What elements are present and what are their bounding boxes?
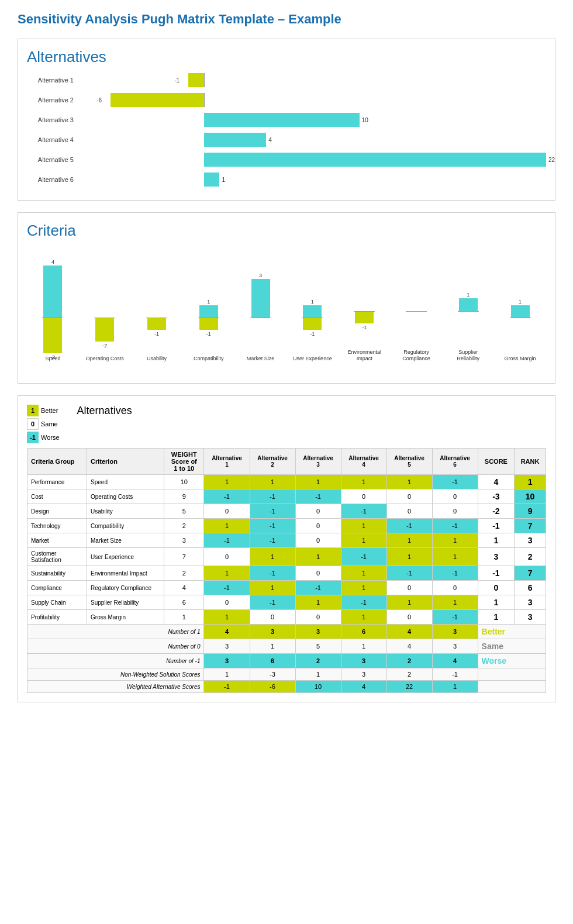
summary-val: 22 bbox=[386, 681, 432, 693]
criteria-bar-above bbox=[303, 305, 322, 319]
criteria-val-below: -1 bbox=[302, 331, 323, 337]
criteria-val-above: 1 bbox=[510, 299, 531, 305]
summary-val: -3 bbox=[250, 668, 295, 681]
legend-box-better: 1 bbox=[27, 405, 39, 416]
cell-val: 1 bbox=[341, 581, 386, 595]
alt-bar-row: Alternative 2-6 bbox=[27, 92, 546, 108]
summary-val: 4 bbox=[386, 639, 432, 654]
alt-bar bbox=[204, 133, 266, 147]
summary-val: 3 bbox=[341, 668, 386, 681]
cell-score: -1 bbox=[478, 566, 515, 581]
cell-criterion: Supplier Reliability bbox=[87, 595, 164, 610]
criteria-bar-above bbox=[459, 298, 478, 312]
cell-weight: 2 bbox=[164, 566, 204, 581]
summary-val: 1 bbox=[250, 639, 295, 654]
alt-bar-value: 22 bbox=[548, 157, 555, 163]
cell-val: 1 bbox=[386, 475, 432, 489]
alt-bar bbox=[204, 173, 220, 187]
matrix-row: CostOperating Costs9-1-1-1000-310 bbox=[27, 489, 546, 504]
cell-val: 0 bbox=[295, 533, 341, 548]
cell-group: Supply Chain bbox=[27, 595, 87, 610]
cell-val: 0 bbox=[295, 566, 341, 581]
alternatives-chart-section: Alternatives Alternative 1-1Alternative … bbox=[18, 39, 555, 201]
th-criteria-group: Criteria Group bbox=[27, 449, 87, 475]
criteria-col: 1-1Compatibility bbox=[182, 266, 234, 363]
cell-criterion: Gross Margin bbox=[87, 610, 164, 625]
cell-rank: 2 bbox=[515, 548, 546, 566]
cell-val: 1 bbox=[204, 519, 250, 533]
cell-criterion: Compatibility bbox=[87, 519, 164, 533]
cell-score: 1 bbox=[478, 595, 515, 610]
criteria-chart-title: Criteria bbox=[27, 222, 546, 240]
summary-val: 3 bbox=[204, 654, 250, 668]
cell-group: Design bbox=[27, 504, 87, 519]
summary-row: Number of 1433643Better bbox=[27, 625, 546, 639]
summary-empty bbox=[478, 668, 546, 681]
cell-val: 0 bbox=[432, 504, 478, 519]
cell-rank: 1 bbox=[515, 475, 546, 489]
cell-rank: 7 bbox=[515, 519, 546, 533]
legend-worse: -1 Worse bbox=[27, 432, 60, 443]
matrix-row: Customer SatisfactionUser Experience7011… bbox=[27, 548, 546, 566]
summary-val: 5 bbox=[295, 639, 341, 654]
zero-line bbox=[204, 73, 205, 87]
alt-bar bbox=[204, 113, 360, 127]
criteria-zero-line bbox=[406, 311, 427, 312]
legend-better: 1 Better bbox=[27, 405, 60, 416]
cell-rank: 3 bbox=[515, 595, 546, 610]
th-rank: RANK bbox=[515, 449, 546, 475]
alt-bar-value: -1 bbox=[174, 77, 180, 84]
summary-row: Number of 0315143Same bbox=[27, 639, 546, 654]
pugh-matrix-table: Criteria GroupCriterionWEIGHTScore of1 t… bbox=[27, 448, 546, 693]
th-alt-5: Alternative5 bbox=[386, 449, 432, 475]
summary-val: 3 bbox=[204, 639, 250, 654]
summary-val: 3 bbox=[432, 625, 478, 639]
criteria-bars-container: 1-1 bbox=[302, 266, 323, 353]
cell-rank: 3 bbox=[515, 533, 546, 548]
alt-bar-row: Alternative 44 bbox=[27, 132, 546, 148]
criteria-val-below: -3 bbox=[42, 354, 63, 360]
cell-val: 0 bbox=[250, 610, 295, 625]
th-alt-2: Alternative2 bbox=[250, 449, 295, 475]
cell-criterion: User Experience bbox=[87, 548, 164, 566]
summary-row: Number of -1362324Worse bbox=[27, 654, 546, 668]
criteria-val-below: -1 bbox=[198, 331, 219, 337]
criteria-col: -1Environmental Impact bbox=[339, 259, 391, 363]
alt-bar-value: 4 bbox=[268, 137, 272, 143]
alt-bar-row: Alternative 1-1 bbox=[27, 72, 546, 88]
summary-val: 2 bbox=[295, 654, 341, 668]
criteria-col-label: User Experience bbox=[292, 356, 333, 363]
cell-group: Profitability bbox=[27, 610, 87, 625]
criteria-bars-container: 1 bbox=[458, 259, 479, 347]
criteria-bar-below bbox=[147, 318, 166, 330]
matrix-row: ComplianceRegulatory Compliance4-11-1100… bbox=[27, 581, 546, 595]
cell-score: 4 bbox=[478, 475, 515, 489]
matrix-row: SustainabilityEnvironmental Impact21-101… bbox=[27, 566, 546, 581]
criteria-val-above: 3 bbox=[250, 273, 271, 278]
summary-row: Weighted Alternative Scores-1-6104221 bbox=[27, 681, 546, 693]
th-alt-1: Alternative1 bbox=[204, 449, 250, 475]
cell-weight: 2 bbox=[164, 519, 204, 533]
cell-val: 1 bbox=[341, 519, 386, 533]
summary-val: 6 bbox=[250, 654, 295, 668]
cell-val: -1 bbox=[386, 566, 432, 581]
th-alt-3: Alternative3 bbox=[295, 449, 341, 475]
alt-bar-label: Alternative 6 bbox=[27, 176, 80, 183]
summary-val: 4 bbox=[204, 625, 250, 639]
th-alt-6: Alternative6 bbox=[432, 449, 478, 475]
cell-score: -3 bbox=[478, 489, 515, 504]
page-title: Sensitivity Analysis Pugh Matrix Templat… bbox=[18, 12, 555, 27]
cell-val: -1 bbox=[204, 581, 250, 595]
criteria-bars-container: 1-1 bbox=[198, 266, 219, 353]
legend-box-worse: -1 bbox=[27, 432, 39, 443]
alt-bar-area: 1 bbox=[80, 173, 546, 187]
alt-bar-value: 1 bbox=[222, 177, 225, 183]
criteria-bar-below bbox=[199, 318, 218, 330]
summary-label: Number of -1 bbox=[27, 654, 204, 668]
cell-weight: 7 bbox=[164, 548, 204, 566]
zero-line bbox=[204, 93, 205, 107]
matrix-section: 1 Better 0 Same -1 Worse Alternatives Cr… bbox=[18, 395, 555, 702]
cell-val: -1 bbox=[295, 581, 341, 595]
cell-val: 1 bbox=[204, 475, 250, 489]
cell-weight: 9 bbox=[164, 489, 204, 504]
